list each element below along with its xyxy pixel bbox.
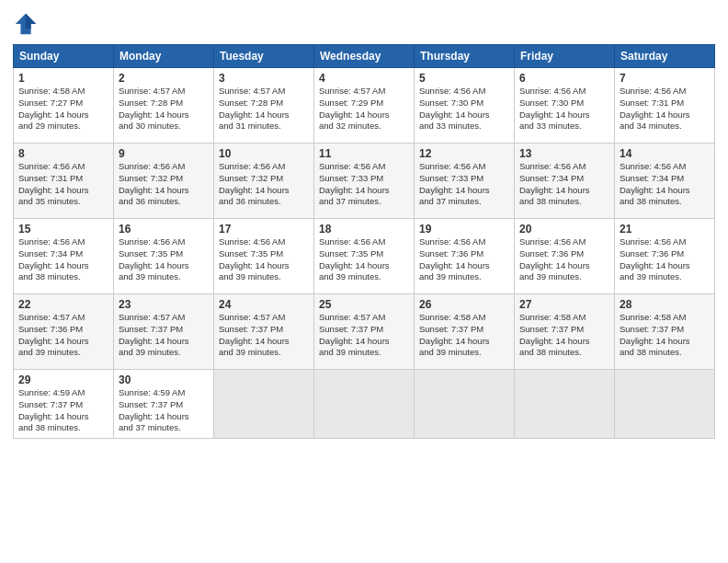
logo-icon	[13, 11, 39, 37]
day-number: 23	[119, 298, 209, 311]
day-info: Sunrise: 4:58 AM Sunset: 7:37 PM Dayligh…	[620, 312, 710, 359]
day-info: Sunrise: 4:57 AM Sunset: 7:29 PM Dayligh…	[319, 86, 409, 132]
header	[13, 11, 715, 37]
day-info: Sunrise: 4:57 AM Sunset: 7:28 PM Dayligh…	[119, 86, 209, 132]
day-info: Sunrise: 4:59 AM Sunset: 7:37 PM Dayligh…	[119, 387, 209, 434]
day-info: Sunrise: 4:58 AM Sunset: 7:37 PM Dayligh…	[519, 312, 609, 359]
day-info: Sunrise: 4:56 AM Sunset: 7:30 PM Dayligh…	[419, 86, 509, 132]
day-info: Sunrise: 4:56 AM Sunset: 7:31 PM Dayligh…	[620, 86, 710, 132]
calendar-body: 1Sunrise: 4:58 AM Sunset: 7:27 PM Daylig…	[14, 68, 715, 439]
day-info: Sunrise: 4:57 AM Sunset: 7:37 PM Dayligh…	[319, 312, 409, 359]
day-number: 26	[419, 298, 509, 311]
calendar-cell: 29Sunrise: 4:59 AM Sunset: 7:37 PM Dayli…	[14, 370, 114, 439]
calendar-cell: 14Sunrise: 4:56 AM Sunset: 7:34 PM Dayli…	[615, 144, 715, 219]
day-number: 3	[219, 72, 309, 85]
day-info: Sunrise: 4:56 AM Sunset: 7:36 PM Dayligh…	[620, 236, 710, 283]
calendar-cell: 18Sunrise: 4:56 AM Sunset: 7:35 PM Dayli…	[314, 219, 415, 294]
day-number: 10	[219, 147, 309, 160]
calendar-cell: 16Sunrise: 4:56 AM Sunset: 7:35 PM Dayli…	[114, 219, 214, 294]
day-info: Sunrise: 4:56 AM Sunset: 7:32 PM Dayligh…	[219, 161, 309, 208]
day-number: 5	[419, 72, 509, 85]
calendar-cell: 15Sunrise: 4:56 AM Sunset: 7:34 PM Dayli…	[14, 219, 114, 294]
weekday-thursday: Thursday	[415, 45, 515, 68]
day-info: Sunrise: 4:58 AM Sunset: 7:37 PM Dayligh…	[419, 312, 509, 359]
weekday-tuesday: Tuesday	[214, 45, 314, 68]
calendar-cell: 21Sunrise: 4:56 AM Sunset: 7:36 PM Dayli…	[615, 219, 715, 294]
calendar-cell	[214, 370, 314, 439]
day-info: Sunrise: 4:56 AM Sunset: 7:34 PM Dayligh…	[519, 161, 609, 208]
calendar-cell: 28Sunrise: 4:58 AM Sunset: 7:37 PM Dayli…	[615, 294, 715, 370]
day-info: Sunrise: 4:56 AM Sunset: 7:36 PM Dayligh…	[519, 236, 609, 283]
weekday-header-row: SundayMondayTuesdayWednesdayThursdayFrid…	[14, 45, 715, 68]
calendar-cell	[415, 370, 515, 439]
day-info: Sunrise: 4:56 AM Sunset: 7:31 PM Dayligh…	[18, 161, 108, 208]
day-info: Sunrise: 4:56 AM Sunset: 7:34 PM Dayligh…	[620, 161, 710, 208]
weekday-monday: Monday	[114, 45, 214, 68]
calendar-cell: 22Sunrise: 4:57 AM Sunset: 7:36 PM Dayli…	[14, 294, 114, 370]
day-info: Sunrise: 4:57 AM Sunset: 7:37 PM Dayligh…	[119, 312, 209, 359]
calendar-week-2: 8Sunrise: 4:56 AM Sunset: 7:31 PM Daylig…	[14, 144, 715, 219]
calendar-table: SundayMondayTuesdayWednesdayThursdayFrid…	[13, 44, 715, 439]
logo	[13, 11, 42, 37]
day-number: 27	[519, 298, 609, 311]
day-number: 13	[519, 147, 609, 160]
day-info: Sunrise: 4:56 AM Sunset: 7:32 PM Dayligh…	[119, 161, 209, 208]
weekday-saturday: Saturday	[615, 45, 715, 68]
day-number: 24	[219, 298, 309, 311]
day-number: 21	[620, 223, 710, 236]
calendar-cell: 19Sunrise: 4:56 AM Sunset: 7:36 PM Dayli…	[415, 219, 515, 294]
day-number: 19	[419, 223, 509, 236]
calendar-cell: 1Sunrise: 4:58 AM Sunset: 7:27 PM Daylig…	[14, 68, 114, 144]
calendar-cell: 12Sunrise: 4:56 AM Sunset: 7:33 PM Dayli…	[415, 144, 515, 219]
calendar-cell: 27Sunrise: 4:58 AM Sunset: 7:37 PM Dayli…	[515, 294, 615, 370]
calendar-cell: 25Sunrise: 4:57 AM Sunset: 7:37 PM Dayli…	[314, 294, 415, 370]
day-number: 12	[419, 147, 509, 160]
day-info: Sunrise: 4:57 AM Sunset: 7:37 PM Dayligh…	[219, 312, 309, 359]
day-number: 18	[319, 223, 409, 236]
day-number: 6	[519, 72, 609, 85]
calendar-cell	[615, 370, 715, 439]
day-number: 20	[519, 223, 609, 236]
calendar-cell: 2Sunrise: 4:57 AM Sunset: 7:28 PM Daylig…	[114, 68, 214, 144]
day-number: 2	[119, 72, 209, 85]
day-info: Sunrise: 4:56 AM Sunset: 7:33 PM Dayligh…	[319, 161, 409, 208]
calendar-cell: 5Sunrise: 4:56 AM Sunset: 7:30 PM Daylig…	[415, 68, 515, 144]
day-info: Sunrise: 4:59 AM Sunset: 7:37 PM Dayligh…	[18, 387, 108, 434]
day-info: Sunrise: 4:58 AM Sunset: 7:27 PM Dayligh…	[18, 86, 108, 132]
day-number: 30	[119, 373, 209, 386]
weekday-wednesday: Wednesday	[314, 45, 415, 68]
calendar-cell: 13Sunrise: 4:56 AM Sunset: 7:34 PM Dayli…	[515, 144, 615, 219]
calendar-cell: 10Sunrise: 4:56 AM Sunset: 7:32 PM Dayli…	[214, 144, 314, 219]
calendar-cell: 26Sunrise: 4:58 AM Sunset: 7:37 PM Dayli…	[415, 294, 515, 370]
day-info: Sunrise: 4:56 AM Sunset: 7:35 PM Dayligh…	[119, 236, 209, 283]
day-number: 22	[18, 298, 108, 311]
day-number: 28	[620, 298, 710, 311]
day-number: 25	[319, 298, 409, 311]
day-info: Sunrise: 4:56 AM Sunset: 7:35 PM Dayligh…	[319, 236, 409, 283]
day-number: 9	[119, 147, 209, 160]
calendar-cell: 9Sunrise: 4:56 AM Sunset: 7:32 PM Daylig…	[114, 144, 214, 219]
calendar-cell: 23Sunrise: 4:57 AM Sunset: 7:37 PM Dayli…	[114, 294, 214, 370]
calendar-week-3: 15Sunrise: 4:56 AM Sunset: 7:34 PM Dayli…	[14, 219, 715, 294]
calendar-cell: 8Sunrise: 4:56 AM Sunset: 7:31 PM Daylig…	[14, 144, 114, 219]
weekday-sunday: Sunday	[14, 45, 114, 68]
calendar-cell	[314, 370, 415, 439]
day-info: Sunrise: 4:56 AM Sunset: 7:35 PM Dayligh…	[219, 236, 309, 283]
calendar-cell	[515, 370, 615, 439]
calendar-week-4: 22Sunrise: 4:57 AM Sunset: 7:36 PM Dayli…	[14, 294, 715, 370]
calendar-cell: 17Sunrise: 4:56 AM Sunset: 7:35 PM Dayli…	[214, 219, 314, 294]
calendar-cell: 7Sunrise: 4:56 AM Sunset: 7:31 PM Daylig…	[615, 68, 715, 144]
day-number: 15	[18, 223, 108, 236]
calendar-cell: 6Sunrise: 4:56 AM Sunset: 7:30 PM Daylig…	[515, 68, 615, 144]
day-info: Sunrise: 4:56 AM Sunset: 7:34 PM Dayligh…	[18, 236, 108, 283]
calendar-cell: 4Sunrise: 4:57 AM Sunset: 7:29 PM Daylig…	[314, 68, 415, 144]
calendar-cell: 30Sunrise: 4:59 AM Sunset: 7:37 PM Dayli…	[114, 370, 214, 439]
day-number: 4	[319, 72, 409, 85]
day-info: Sunrise: 4:56 AM Sunset: 7:33 PM Dayligh…	[419, 161, 509, 208]
day-number: 17	[219, 223, 309, 236]
day-info: Sunrise: 4:56 AM Sunset: 7:30 PM Dayligh…	[519, 86, 609, 132]
page: SundayMondayTuesdayWednesdayThursdayFrid…	[0, 0, 728, 563]
day-number: 11	[319, 147, 409, 160]
day-info: Sunrise: 4:57 AM Sunset: 7:36 PM Dayligh…	[18, 312, 108, 359]
day-number: 1	[18, 72, 108, 85]
